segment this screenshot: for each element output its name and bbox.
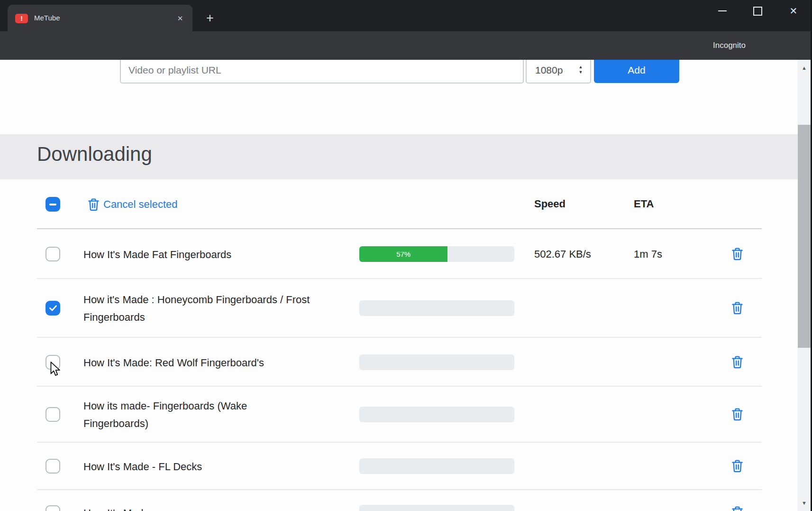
check-icon	[46, 302, 59, 315]
scrollbar-down-icon[interactable]: ▼	[798, 495, 811, 511]
row-checkbox[interactable]	[46, 355, 60, 370]
row-progress-track	[359, 354, 514, 370]
download-row: How its made- Fingerboards (Wake Fingerb…	[0, 387, 812, 443]
row-title: How it's Made : Honeycomb Fingerboards /…	[83, 291, 311, 326]
window-maximize-button[interactable]	[747, 0, 768, 22]
window-minimize-button[interactable]	[712, 0, 733, 22]
quality-select[interactable]: 1080p ▲ ▼	[526, 60, 591, 84]
download-row: How It's Made: Red Wolf Fingerboard's	[0, 338, 812, 387]
selection-header-row: Cancel selected Speed ETA	[0, 179, 812, 229]
speed-column-header: Speed	[534, 179, 566, 228]
select-all-checkbox[interactable]	[46, 197, 60, 212]
download-row: How It's Made	[0, 490, 812, 511]
browser-toolbar: ← → ↻ ⓘ localhost:8081 ☆ Incognito ⋮	[0, 31, 812, 60]
row-checkbox[interactable]	[46, 505, 60, 511]
quality-value: 1080p	[535, 60, 563, 83]
row-progress-track	[359, 407, 514, 422]
row-checkbox[interactable]	[46, 459, 60, 474]
row-progress-track	[359, 505, 514, 511]
row-trash-icon[interactable]	[731, 505, 744, 511]
row-progress-track: 57%	[359, 246, 514, 262]
tab-strip: ! MeTube ✕ + ✕	[0, 0, 812, 31]
row-title: How It's Made - FL Decks	[83, 458, 311, 475]
row-title: How its made- Fingerboards (Wake Fingerb…	[83, 397, 311, 432]
download-row: How it's Made : Honeycomb Fingerboards /…	[0, 279, 812, 338]
download-list: How It's Made Fat Fingerboards 57% 502.6…	[0, 229, 812, 511]
row-title: How It's Made Fat Fingerboards	[83, 245, 311, 263]
row-progress-track	[359, 300, 514, 316]
incognito-label: Incognito	[713, 31, 746, 60]
cancel-selected-link[interactable]: Cancel selected	[103, 179, 178, 229]
add-button[interactable]: Add	[594, 60, 679, 83]
tab-close-icon[interactable]: ✕	[174, 13, 186, 24]
row-trash-icon[interactable]	[731, 355, 744, 370]
download-row: How It's Made Fat Fingerboards 57% 502.6…	[0, 229, 812, 279]
video-url-input[interactable]	[120, 60, 524, 84]
window-close-button[interactable]: ✕	[783, 0, 804, 22]
row-speed: 502.67 KB/s	[534, 248, 591, 260]
row-title: How It's Made: Red Wolf Fingerboard's	[83, 353, 311, 371]
metube-favicon-icon: !	[15, 14, 28, 23]
metube-page: 1080p ▲ ▼ Add Downloading Cancel selecte…	[0, 60, 812, 511]
row-title: How It's Made	[83, 504, 311, 511]
row-trash-icon[interactable]	[731, 247, 744, 261]
maximize-icon	[753, 7, 762, 16]
progress-fill: 57%	[359, 246, 447, 262]
section-title: Downloading	[37, 143, 152, 166]
minimize-icon	[718, 10, 727, 11]
row-trash-icon[interactable]	[731, 301, 744, 316]
indeterminate-icon	[46, 198, 59, 211]
downloading-section-header: Downloading	[0, 134, 798, 179]
download-row: How It's Made - FL Decks	[0, 443, 812, 490]
row-checkbox[interactable]	[46, 407, 60, 422]
select-arrows-icon: ▲ ▼	[578, 65, 584, 75]
row-trash-icon[interactable]	[731, 459, 744, 474]
row-trash-icon[interactable]	[731, 407, 744, 422]
row-checkbox[interactable]	[46, 247, 60, 261]
row-eta: 1m 7s	[634, 248, 662, 260]
scrollbar-thumb[interactable]	[798, 125, 811, 348]
new-tab-button[interactable]: +	[203, 11, 217, 26]
row-checkbox[interactable]	[46, 301, 60, 316]
scrollbar-up-icon[interactable]: ▲	[798, 60, 811, 76]
cancel-selected-trash-icon[interactable]	[87, 197, 100, 212]
page-scrollbar[interactable]: ▲ ▼	[798, 60, 811, 511]
tab-title: MeTube	[34, 5, 60, 31]
browser-tab-metube[interactable]: ! MeTube ✕	[8, 5, 192, 31]
progress-label: 57%	[396, 250, 411, 258]
eta-column-header: ETA	[634, 179, 654, 228]
row-progress-track	[359, 458, 514, 474]
